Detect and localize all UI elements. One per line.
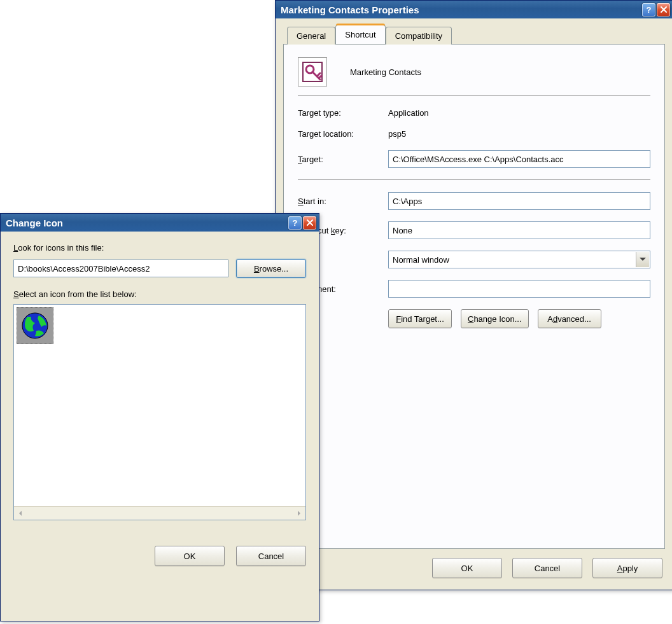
icon-path-input[interactable] [13, 260, 228, 277]
value-target-type: Application [388, 108, 650, 118]
label-look-for-icons: Look for icons in this file: [13, 243, 306, 253]
ok-button[interactable]: OK [155, 546, 225, 566]
app-name-label: Marketing Contacts [350, 67, 421, 77]
chevron-down-icon[interactable] [636, 252, 649, 267]
tab-shortcut[interactable]: Shortcut [335, 25, 385, 44]
cancel-button[interactable]: Cancel [236, 546, 306, 566]
tab-compatibility[interactable]: Compatibility [386, 27, 452, 45]
access-key-icon [298, 57, 327, 87]
horizontal-scrollbar[interactable] [14, 506, 305, 520]
find-target-button[interactable]: Find Target... [388, 309, 452, 328]
icon-list[interactable] [13, 304, 306, 520]
cancel-button[interactable]: Cancel [512, 558, 582, 578]
help-button[interactable]: ? [642, 3, 655, 17]
advanced-button[interactable]: Advanced... [538, 309, 601, 328]
run-select[interactable]: Normal window [388, 251, 650, 268]
close-button[interactable] [303, 216, 316, 230]
shortcut-key-input[interactable] [388, 221, 650, 239]
tab-general[interactable]: General [287, 27, 335, 45]
label-target-type: Target type: [298, 108, 388, 118]
label-target-location: Target location: [298, 129, 388, 139]
tab-panel-shortcut: Marketing Contacts Target type: Applicat… [283, 44, 665, 549]
comment-input[interactable] [388, 280, 650, 298]
close-button[interactable] [657, 3, 670, 17]
scroll-left-icon[interactable] [14, 507, 27, 520]
properties-dialog: Marketing Contacts Properties ? General … [275, 0, 672, 590]
window-title: Marketing Contacts Properties [281, 4, 642, 15]
value-target-location: psp5 [388, 129, 650, 139]
divider [298, 95, 650, 97]
run-select-value: Normal window [393, 255, 449, 265]
change-icon-dialog: Change Icon ? Look for icons in this fil… [0, 213, 319, 621]
titlebar[interactable]: Change Icon ? [1, 214, 319, 232]
label-start-in: Start in: [298, 197, 388, 206]
target-input[interactable] [388, 150, 650, 168]
divider-2 [298, 179, 650, 181]
browse-button[interactable]: Browse... [236, 259, 306, 278]
ok-button[interactable]: OK [432, 558, 502, 578]
scroll-right-icon[interactable] [293, 507, 305, 520]
window-title: Change Icon [6, 218, 288, 228]
label-target: Target: [298, 155, 388, 164]
help-button[interactable]: ? [288, 216, 302, 230]
change-icon-button[interactable]: Change Icon... [461, 309, 529, 328]
start-in-input[interactable] [388, 192, 650, 210]
titlebar[interactable]: Marketing Contacts Properties ? [276, 1, 672, 18]
globe-icon[interactable] [17, 307, 53, 344]
apply-button[interactable]: Apply [592, 558, 662, 578]
label-select-icon: Select an icon from the list below: [13, 289, 306, 299]
